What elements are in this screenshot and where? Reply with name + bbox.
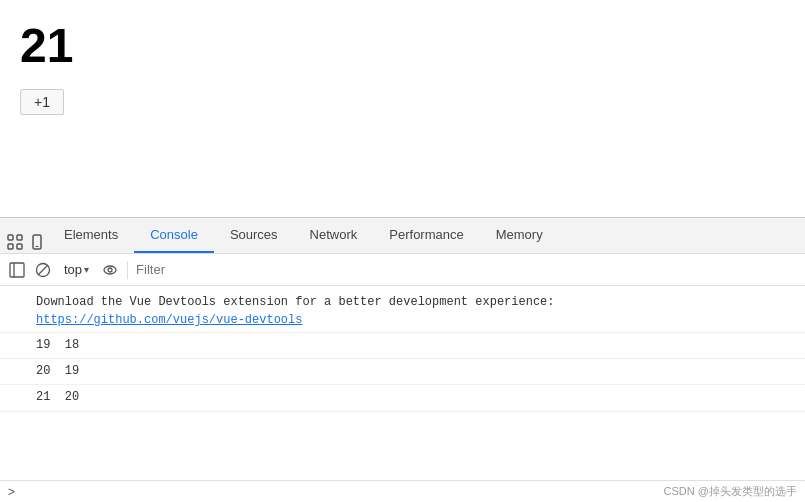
- device-icon[interactable]: [26, 231, 48, 253]
- svg-point-11: [108, 268, 112, 272]
- eye-icon[interactable]: [101, 261, 119, 279]
- svg-line-9: [38, 265, 48, 275]
- sidebar-toggle-icon[interactable]: [8, 261, 26, 279]
- toolbar-divider: [127, 261, 128, 279]
- page-content: 21 +1: [0, 0, 805, 220]
- tab-performance[interactable]: Performance: [373, 218, 479, 253]
- svg-point-10: [104, 266, 116, 274]
- tab-network[interactable]: Network: [294, 218, 374, 253]
- console-output: Download the Vue Devtools extension for …: [0, 286, 805, 480]
- svg-rect-3: [17, 244, 22, 249]
- filter-input[interactable]: [136, 262, 797, 277]
- svg-rect-6: [10, 263, 24, 277]
- console-log-row-3: 21 20: [0, 385, 805, 411]
- svg-rect-2: [17, 235, 22, 240]
- console-log-row-1: 19 18: [0, 333, 805, 359]
- tab-console[interactable]: Console: [134, 218, 214, 253]
- tab-elements[interactable]: Elements: [48, 218, 134, 253]
- context-selector[interactable]: top ▾: [60, 260, 93, 279]
- devtools-tab-bar: Elements Console Sources Network Perform…: [0, 218, 805, 254]
- svg-rect-1: [8, 244, 13, 249]
- block-icon[interactable]: [34, 261, 52, 279]
- counter-display: 21: [20, 20, 785, 73]
- increment-button[interactable]: +1: [20, 89, 64, 115]
- devtools-bottom-bar: > CSDN @掉头发类型的选手: [0, 480, 805, 502]
- console-message-vue: Download the Vue Devtools extension for …: [0, 290, 805, 333]
- watermark-text: CSDN @掉头发类型的选手: [664, 484, 797, 499]
- svg-rect-0: [8, 235, 13, 240]
- console-log-row-2: 20 19: [0, 359, 805, 385]
- chevron-down-icon: ▾: [84, 264, 89, 275]
- devtools-panel: Elements Console Sources Network Perform…: [0, 217, 805, 502]
- tab-sources[interactable]: Sources: [214, 218, 294, 253]
- console-prompt-icon[interactable]: >: [8, 485, 15, 499]
- tab-memory[interactable]: Memory: [480, 218, 559, 253]
- inspect-icon[interactable]: [4, 231, 26, 253]
- vue-devtools-link[interactable]: https://github.com/vuejs/vue-devtools: [36, 313, 302, 327]
- console-toolbar: top ▾: [0, 254, 805, 286]
